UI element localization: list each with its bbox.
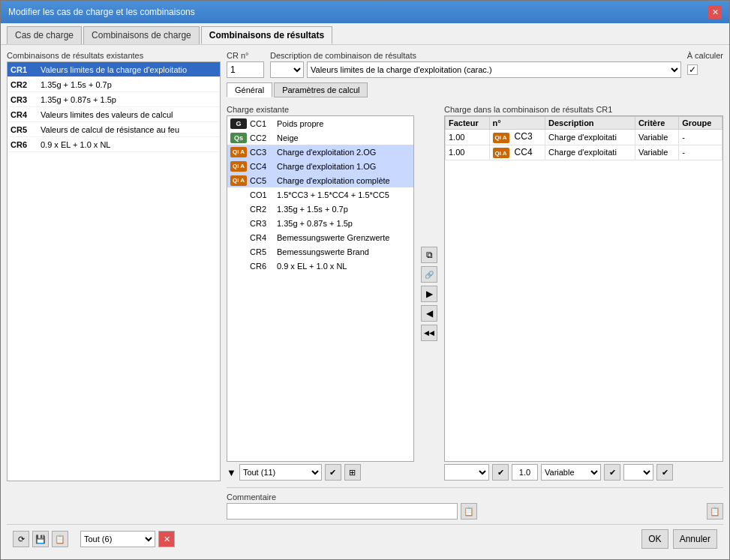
a-calculer-checkbox[interactable]: ✓ [687,64,698,75]
charge-filter-dropdown[interactable]: Tout (11) [239,464,322,481]
cell-desc: Charge d'exploitati [545,130,635,145]
tab-cas-charge[interactable]: Cas de charge [7,26,82,44]
title-bar: Modifier les cas de charge et les combin… [1,1,729,23]
charge-item-co1[interactable]: CO1 1.5*CC3 + 1.5*CC4 + 1.5*CC5 [227,187,413,202]
a-calculer-group: À calculer ✓ [687,51,723,75]
tab-combinaisons-resultats[interactable]: Combinaisons de résultats [201,26,332,44]
left-list: CR1 Valeurs limites de la charge d'explo… [7,61,221,481]
result-dropdown1[interactable] [444,464,489,481]
grid-icon-btn[interactable]: ⊞ [344,464,361,481]
desc-dropdown-small[interactable] [270,61,304,78]
right-icon-btn[interactable]: 📋 [707,503,723,520]
col-description: Description [545,117,635,130]
arrow-panel: ⧉ 🔗 ▶ ◀ ◀◀ [419,105,440,483]
window-title: Modifier les cas de charge et les combin… [8,7,195,17]
footer-btn-copy[interactable]: 📋 [52,531,68,547]
charge-item-cc2[interactable]: Qs CC2 Neige [227,130,413,145]
footer-bar: ⟳ 💾 📋 Tout (6) ✕ OK Annuler [7,524,723,553]
desc-dropdown[interactable]: Valeurs limites de la charge d'exploitat… [307,61,681,78]
ok-button[interactable]: OK [641,529,668,549]
main-content: Combinaisons de résultats existantes CR1… [1,45,729,559]
list-item-label: CR6 [11,140,41,149]
tab-combinaisons-charge[interactable]: Combinaisons de charge [83,26,200,44]
inner-tabs: Général Paramètres de calcul [227,82,723,97]
close-button[interactable]: ✕ [708,5,722,19]
main-window: Modifier les cas de charge et les combin… [0,0,730,560]
result-check3[interactable]: ✔ [656,464,673,481]
footer-filter-dropdown[interactable]: Tout (6) [80,531,155,547]
item-code: CR3 [250,219,277,228]
charge-item-cc4[interactable]: Qi A CC4 Charge d'exploitation 1.OG [227,159,413,173]
list-item-value: 1.35g + 0.87s + 1.5p [41,95,116,104]
list-item-cr2[interactable]: CR2 1.35g + 1.5s + 0.7p [8,77,220,92]
cell-badge: Qi A CC4 [489,145,545,160]
list-item-cr6[interactable]: CR6 0.9 x EL + 1.0 x NL [8,137,220,152]
charge-bottom-bar: ▼ Tout (11) ✔ ⊞ [227,462,414,483]
list-item-label: CR1 [11,65,41,74]
middle-area: Charge existante G CC1 Poids propre Qs [227,105,723,483]
charge-panel: Charge existante G CC1 Poids propre Qs [227,105,414,483]
cell-code: CC4 [515,147,533,157]
right-area: CR n° Description de combinaison de résu… [227,51,723,520]
commentaire-area: Commentaire 📋 📋 [227,487,723,520]
charge-item-cc5[interactable]: Qi A CC5 Charge d'exploitation complète [227,173,413,187]
badge-qia: Qi A [493,133,509,143]
left-panel: Combinaisons de résultats existantes CR1… [7,51,221,520]
list-item-value: Valeurs limites des valeurs de calcul [41,110,173,119]
inner-tab-general[interactable]: Général [227,82,272,97]
item-desc: 1.35g + 1.5s + 0.7p [277,205,348,214]
item-code: CC4 [250,162,277,171]
cr-group: CR n° [227,51,264,78]
footer-left: ⟳ 💾 📋 Tout (6) ✕ [13,531,175,547]
item-desc: Poids propre [277,119,323,128]
result-check2[interactable]: ✔ [604,464,620,481]
charge-item-cc1[interactable]: G CC1 Poids propre [227,116,413,130]
charge-item-cr3-inner[interactable]: CR3 1.35g + 0.87s + 1.5p [227,216,413,230]
result-check1[interactable]: ✔ [492,464,509,481]
inner-tab-parametres[interactable]: Paramètres de calcul [274,82,368,97]
result-dropdown2[interactable] [623,464,653,481]
list-item-cr5[interactable]: CR5 Valeurs de calcul de résistance au f… [8,122,220,137]
item-code: CR6 [250,262,277,271]
item-desc: Charge d'exploitation 1.OG [277,162,376,171]
footer-btn-save[interactable]: 💾 [32,531,49,547]
commentaire-btn[interactable]: 📋 [461,503,477,520]
cr-number-input[interactable] [227,61,264,78]
footer-btn-refresh[interactable]: ⟳ [13,531,29,547]
commentaire-input[interactable] [227,503,458,520]
charge-item-cr5-inner[interactable]: CR5 Bemessungswerte Brand [227,244,413,259]
remove-btn[interactable]: ◀ [421,305,437,322]
table-row[interactable]: 1.00 Qi A CC4 Charge d'exploitati Variab… [446,145,722,160]
cell-groupe: - [679,145,722,160]
add-right-btn[interactable]: ▶ [421,286,437,302]
charge-item-cr2-inner[interactable]: CR2 1.35g + 1.5s + 0.7p [227,202,413,216]
charge-item-cr4-inner[interactable]: CR4 Bemessungswerte Grenzwerte [227,230,413,244]
copy-up-btn[interactable]: ⧉ [421,247,437,263]
charge-item-cr6-inner[interactable]: CR6 0.9 x EL + 1.0 x NL [227,259,413,273]
link-btn[interactable]: 🔗 [421,266,437,283]
list-item-cr1[interactable]: CR1 Valeurs limites de la charge d'explo… [8,62,220,77]
item-code: CC5 [250,176,277,185]
list-item-cr3[interactable]: CR3 1.35g + 0.87s + 1.5p [8,92,220,107]
cancel-button[interactable]: Annuler [673,529,717,549]
charge-item-cc3[interactable]: Qi A CC3 Charge d'exploitation 2.OG [227,145,413,159]
charge-panel-title: Charge existante [227,105,414,114]
result-table: Facteur n° Description Critère Groupe [444,115,723,462]
critere-dropdown[interactable]: Variable [541,464,601,481]
cell-code: CC3 [515,131,533,142]
item-code: CC2 [250,133,277,142]
desc-group: Description de combinaison de résultats … [270,51,681,78]
table-row[interactable]: 1.00 Qi A CC3 Charge d'exploitati Variab… [446,130,722,145]
item-code: CC1 [250,119,277,128]
factor-input[interactable] [512,464,538,481]
col-critere: Critère [635,117,678,130]
remove-all-btn[interactable]: ◀◀ [421,325,437,341]
cr-label: CR n° [227,51,264,60]
check-icon-btn[interactable]: ✔ [325,464,341,481]
col-groupe: Groupe [679,117,722,130]
item-desc: Charge d'exploitation 2.OG [277,148,376,157]
badge-qs: Qs [230,133,247,143]
footer-delete-btn[interactable]: ✕ [158,531,175,547]
item-desc: Neige [277,133,299,142]
list-item-cr4[interactable]: CR4 Valeurs limites des valeurs de calcu… [8,107,220,122]
